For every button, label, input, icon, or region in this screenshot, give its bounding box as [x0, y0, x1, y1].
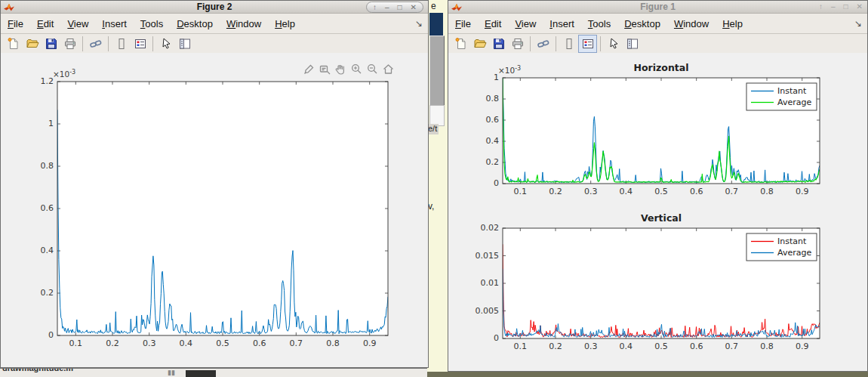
svg-text:0.9: 0.9: [796, 341, 809, 351]
svg-text:0.6: 0.6: [41, 203, 54, 213]
menu-item-edit[interactable]: Edit: [478, 18, 508, 29]
menu-item-insert[interactable]: Insert: [95, 18, 134, 29]
zoom-in-axes-tool[interactable]: [350, 63, 363, 76]
menu-item-insert[interactable]: Insert: [543, 18, 581, 29]
svg-text:0.5: 0.5: [216, 338, 229, 348]
svg-text:Average: Average: [777, 97, 811, 107]
datatip-axes-tool[interactable]: [319, 63, 331, 76]
menu-item-file[interactable]: File: [448, 18, 478, 29]
save-figure-button[interactable]: [489, 35, 508, 53]
link-plot-button[interactable]: [534, 35, 553, 53]
figure2-titlebar[interactable]: Figure 2 ↑–□✕: [1, 1, 428, 14]
property-editor-button[interactable]: [175, 35, 194, 53]
svg-text:0.8: 0.8: [41, 161, 54, 171]
svg-text:0.2: 0.2: [41, 288, 54, 298]
matlab-logo-icon: [451, 2, 463, 11]
figure2-window: Figure 2 ↑–□✕ FileEditViewInsertToolsDes…: [0, 0, 429, 368]
menu-item-window[interactable]: Window: [220, 18, 268, 29]
dock-figure-icon[interactable]: ↘: [854, 18, 862, 29]
edit-plot-button[interactable]: [156, 35, 175, 53]
svg-text:0.2: 0.2: [549, 341, 562, 351]
close-window-button[interactable]: ✕: [411, 3, 417, 12]
svg-text:0: 0: [494, 178, 499, 188]
menu-item-tools[interactable]: Tools: [581, 18, 617, 29]
svg-text:0.6: 0.6: [690, 341, 703, 351]
menu-item-window[interactable]: Window: [667, 18, 716, 29]
legend[interactable]: InstantAverage: [746, 233, 817, 261]
open-file-button[interactable]: [23, 35, 42, 53]
menu-item-edit[interactable]: Edit: [30, 18, 60, 29]
menu-item-view[interactable]: View: [60, 18, 95, 29]
restore-view-axes-tool[interactable]: [382, 63, 395, 76]
svg-text:0.2: 0.2: [549, 187, 562, 196]
shade-window-button[interactable]: ↑: [819, 2, 823, 11]
svg-text:0.5: 0.5: [654, 187, 668, 196]
editor-tab-label[interactable]: drawmagnitude.m: [2, 368, 73, 372]
new-figure-button[interactable]: [451, 35, 470, 53]
save-figure-button[interactable]: [42, 35, 60, 53]
figure2-axes[interactable]: 0.10.20.30.40.50.60.70.80.900.20.40.60.8…: [1, 53, 428, 368]
editor-tab-bar-fragment: drawmagnitude.m ▮▮: [0, 368, 427, 377]
editor-scrollbar-thumb[interactable]: [429, 36, 445, 107]
svg-text:0.4: 0.4: [41, 246, 54, 255]
dock-figure-icon[interactable]: ↘: [415, 18, 423, 29]
minimize-window-button[interactable]: –: [831, 2, 836, 11]
svg-text:0.2: 0.2: [106, 338, 119, 348]
legend[interactable]: InstantAverage: [746, 83, 817, 110]
maximize-window-button[interactable]: □: [398, 3, 402, 12]
svg-text:0.9: 0.9: [796, 187, 809, 196]
svg-text:0.3: 0.3: [584, 187, 598, 196]
brush-axes-tool[interactable]: [303, 63, 315, 76]
close-window-button[interactable]: ✕: [857, 2, 863, 11]
insert-legend-button[interactable]: [578, 35, 597, 53]
svg-text:Instant: Instant: [777, 86, 807, 96]
menu-item-help[interactable]: Help: [716, 18, 749, 29]
shade-window-button[interactable]: ↑: [373, 3, 377, 12]
menu-item-desktop[interactable]: Desktop: [170, 18, 220, 29]
figure1-titlebar[interactable]: Figure 1 ↑–□✕: [448, 1, 867, 14]
svg-text:0.8: 0.8: [486, 94, 500, 104]
minimize-window-button[interactable]: –: [385, 3, 389, 12]
edit-plot-button[interactable]: [604, 35, 623, 53]
menu-item-view[interactable]: View: [508, 18, 543, 29]
svg-text:0.7: 0.7: [725, 341, 739, 351]
insert-colorbar-button[interactable]: [112, 35, 131, 53]
svg-text:0.4: 0.4: [620, 187, 633, 196]
svg-text:Instant: Instant: [777, 236, 807, 246]
axes-figure2-spectrum: 0.10.20.30.40.50.60.70.80.900.20.40.60.8…: [41, 69, 389, 348]
open-file-button[interactable]: [470, 35, 489, 53]
toolbar-separator: [108, 36, 109, 51]
menu-item-tools[interactable]: Tools: [134, 18, 170, 29]
axes-figure1-horizontal: 0.10.20.30.40.50.60.70.80.900.20.40.60.8…: [486, 62, 820, 196]
svg-text:1: 1: [48, 119, 54, 128]
print-figure-button[interactable]: [60, 35, 79, 53]
toolbar-separator: [82, 36, 83, 51]
svg-text:0.5: 0.5: [654, 341, 668, 351]
svg-text:0: 0: [494, 333, 499, 343]
svg-text:0.6: 0.6: [690, 187, 703, 196]
figure1-window: Figure 1 ↑–□✕ FileEditViewInsertToolsDes…: [448, 0, 868, 372]
insert-legend-button[interactable]: [131, 35, 149, 53]
zoom-out-axes-tool[interactable]: [366, 63, 379, 76]
svg-text:0.1: 0.1: [514, 341, 528, 351]
editor-scrollbar-track[interactable]: [429, 105, 445, 126]
menu-item-desktop[interactable]: Desktop: [617, 18, 667, 29]
print-figure-button[interactable]: [508, 35, 527, 53]
svg-text:0.4: 0.4: [486, 136, 500, 146]
pan-axes-tool[interactable]: [334, 63, 347, 76]
toolbar-separator: [556, 36, 556, 51]
property-editor-button[interactable]: [623, 35, 642, 53]
svg-text:0.3: 0.3: [143, 338, 156, 348]
figure1-axes[interactable]: 0.10.20.30.40.50.60.70.80.900.20.40.60.8…: [448, 53, 867, 372]
subplot-title: Horizontal: [634, 62, 689, 73]
link-plot-button[interactable]: [86, 35, 105, 53]
menu-item-file[interactable]: File: [1, 18, 30, 29]
y-axis-exponent: ×10-3: [498, 65, 521, 75]
insert-colorbar-button[interactable]: [559, 35, 578, 53]
maximize-window-button[interactable]: □: [844, 2, 848, 11]
new-figure-button[interactable]: [4, 35, 23, 53]
menu-item-help[interactable]: Help: [268, 18, 302, 29]
toolbar-separator: [600, 36, 601, 51]
matlab-logo-icon: [3, 2, 15, 11]
svg-text:0.015: 0.015: [476, 251, 500, 261]
